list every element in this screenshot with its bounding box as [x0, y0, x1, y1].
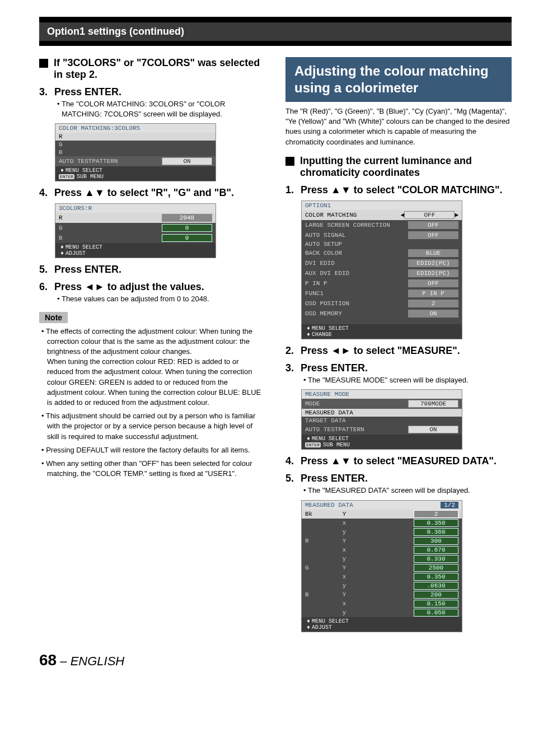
- step-text: Press ▲▼ to select "MEASURED DATA".: [301, 455, 496, 466]
- data-row[interactable]: RY300: [302, 536, 462, 545]
- data-value: 0.050: [414, 609, 458, 617]
- channel-label: R: [305, 538, 327, 544]
- menu-row[interactable]: OSD MEMORYON: [302, 309, 462, 319]
- axis-label: y: [327, 582, 361, 589]
- channel-label: Bk: [305, 511, 327, 517]
- axis-label: y: [327, 609, 361, 616]
- data-value: 200: [414, 591, 458, 599]
- menu-title: MEASURE MODE: [302, 390, 462, 399]
- menu-row[interactable]: AUTO SIGNALOFF: [302, 230, 462, 240]
- axis-label: x: [327, 573, 361, 580]
- footer-text: ADJUST: [312, 624, 332, 631]
- page-header: Option1 settings (continued): [39, 17, 512, 46]
- note-item: The effects of correcting the adjustment…: [39, 326, 265, 408]
- menu-footer: ♦MENU SELECT ENTERSUB MENU: [302, 435, 462, 449]
- menu-row[interactable]: P IN POFF: [302, 278, 462, 288]
- menu-row[interactable]: DVI EDIDEDID2(PC): [302, 258, 462, 268]
- axis-label: y: [327, 556, 361, 562]
- row-label: COLOR MATCHING: [305, 212, 401, 218]
- row-value: 709MODE: [408, 400, 458, 408]
- step-3-sub: The "MEASURE MODE" screen will be displa…: [285, 375, 512, 385]
- row-label: DVI EDID: [305, 260, 408, 267]
- note-list: The effects of correcting the adjustment…: [39, 326, 265, 479]
- menu-footer: ♦MENU SELECT ♦ADJUST: [55, 243, 216, 258]
- footer-text: MENU SELECT: [65, 244, 102, 250]
- data-row[interactable]: y0.360: [302, 528, 462, 536]
- menu-title: 3COLORS:R: [55, 204, 216, 213]
- right-column: Adjusting the colour matching using a co…: [285, 57, 512, 638]
- menu-row-r[interactable]: R: [55, 133, 216, 141]
- row-value: 0: [162, 224, 212, 232]
- note-item: Pressing DEFAULT will restore the factor…: [39, 445, 265, 455]
- data-row[interactable]: y0.050: [302, 608, 462, 617]
- menu-row[interactable]: FUNC1P IN P: [302, 288, 462, 298]
- footer-text: MENU SELECT: [312, 436, 349, 442]
- axis-label: Y: [327, 538, 361, 544]
- menu-footer: ♦MENU SELECT ♦CHANGE: [302, 324, 462, 339]
- row-label: MEASURED DATA: [305, 409, 458, 416]
- data-row[interactable]: x0.670: [302, 545, 462, 554]
- row-label: G: [59, 141, 212, 148]
- leftright-icon: ♦: [59, 250, 65, 256]
- row-label: G: [59, 225, 162, 231]
- row-label: B: [59, 235, 162, 241]
- row-label: R: [59, 133, 212, 140]
- data-row[interactable]: x0.350: [302, 572, 462, 581]
- menu-row[interactable]: COLOR MATCHING◀OFF▶: [302, 210, 462, 220]
- step-5: 5. Press ENTER.: [285, 473, 512, 484]
- step-6: 6. Press ◄► to adjust the values.: [39, 281, 265, 293]
- data-row[interactable]: y.0630: [302, 581, 462, 590]
- option1-menu: OPTION1 COLOR MATCHING◀OFF▶LARGE SCREEN …: [301, 200, 462, 339]
- updown-icon: ♦: [305, 436, 312, 442]
- note-item: When any setting other than "OFF" has be…: [39, 459, 265, 479]
- row-label: MODE: [305, 400, 408, 407]
- step-3-sub: The "COLOR MATCHING: 3COLORS" or "COLOR …: [39, 99, 265, 119]
- axis-label: x: [327, 520, 361, 526]
- data-row[interactable]: BY200: [302, 590, 462, 599]
- step-4: 4. Press ▲▼ to select "MEASURED DATA".: [285, 455, 512, 467]
- data-row[interactable]: x0.150: [302, 599, 462, 608]
- step-text: Press ◄► to adjust the values.: [54, 281, 204, 292]
- step-text: Press ENTER.: [54, 86, 121, 97]
- menu-title-row: MEASURED DATA 1/2: [302, 501, 462, 510]
- data-row[interactable]: GY2500: [302, 563, 462, 572]
- step-text: Press ENTER.: [301, 473, 368, 484]
- menu-row-g[interactable]: G: [55, 141, 216, 148]
- menu-row[interactable]: TARGET DATA: [302, 417, 462, 424]
- row-value: ON: [162, 157, 212, 165]
- row-value: OFF: [404, 211, 455, 219]
- data-value: .0630: [414, 582, 458, 590]
- row-label: OSD MEMORY: [305, 310, 408, 317]
- menu-row-b[interactable]: B: [55, 148, 216, 156]
- data-row[interactable]: x0.350: [302, 519, 462, 528]
- menu-row[interactable]: AUTO SETUP: [302, 240, 462, 248]
- axis-label: x: [327, 600, 361, 607]
- row-label: AUTO SETUP: [305, 241, 458, 248]
- menu-row-auto[interactable]: AUTO TESTPATTERN ON: [55, 156, 216, 166]
- measured-data-menu: MEASURED DATA 1/2 BkY2x0.350y0.360RY300x…: [301, 500, 462, 632]
- menu-row-r[interactable]: R2048: [55, 213, 216, 223]
- row-value: EDID2(PC): [408, 269, 458, 277]
- menu-row[interactable]: AUTO TESTPATTERNON: [302, 424, 462, 435]
- left-column: If "3COLORS" or "7COLORS" was selected i…: [39, 57, 265, 638]
- row-label: AUTO TESTPATTERN: [59, 158, 162, 165]
- data-row[interactable]: BkY2: [302, 510, 462, 519]
- menu-row-b[interactable]: B0: [55, 233, 216, 243]
- menu-row[interactable]: MEASURED DATA: [302, 409, 462, 417]
- axis-label: Y: [327, 564, 361, 571]
- axis-label: Y: [327, 591, 361, 598]
- footer-text: CHANGE: [312, 332, 332, 338]
- page-footer: 68 – ENGLISH: [39, 651, 512, 669]
- enter-icon: ENTER: [305, 442, 321, 447]
- color-matching-3colors-menu: COLOR MATCHING:3COLORS R G B AUTO TESTPA…: [55, 123, 216, 181]
- step-1: 1. Press ▲▼ to select "COLOR MATCHING".: [285, 184, 512, 196]
- menu-row[interactable]: LARGE SCREEN CORRECTIONOFF: [302, 220, 462, 230]
- menu-row[interactable]: OSD POSITION2: [302, 298, 462, 309]
- menu-row[interactable]: AUX DVI EDIDEDID2(PC): [302, 268, 462, 278]
- data-value: 300: [414, 537, 458, 545]
- data-row[interactable]: y0.330: [302, 554, 462, 563]
- row-label: P IN P: [305, 280, 408, 287]
- menu-row[interactable]: MODE709MODE: [302, 399, 462, 409]
- menu-row[interactable]: BACK COLORBLUE: [302, 248, 462, 258]
- menu-row-g[interactable]: G0: [55, 223, 216, 233]
